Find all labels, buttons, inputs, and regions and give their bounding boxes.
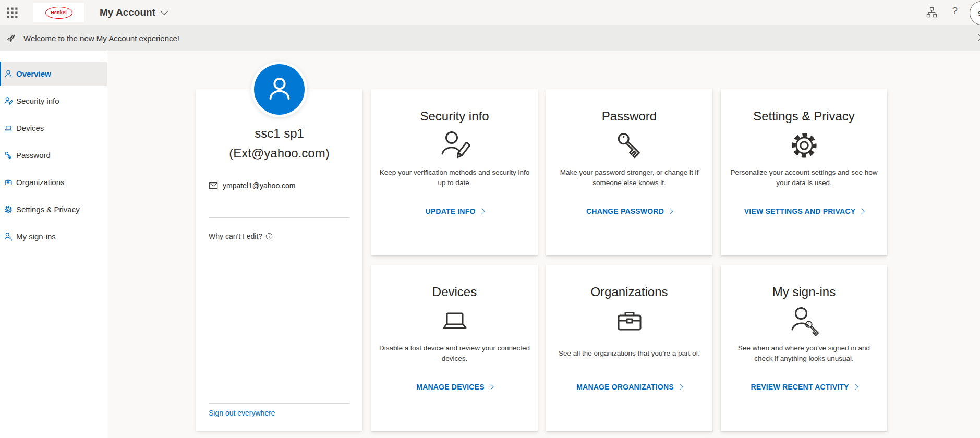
card-title: Security info [371, 108, 538, 124]
card-description: Personalize your account settings and se… [728, 167, 880, 189]
card-title: Devices [371, 284, 538, 300]
sidebar-item-organizations[interactable]: Organizations [0, 170, 107, 194]
main-content: ssc1 sp1 (Ext@yahoo.com) ympatel1@yahoo.… [107, 51, 980, 438]
brand-logo[interactable]: Henkel [33, 3, 84, 22]
person-key-icon [3, 232, 14, 242]
laptop-icon [371, 305, 538, 338]
chevron-right-icon [859, 208, 865, 214]
card-password: Password Make your password stronger, or… [546, 89, 712, 256]
card-settings-privacy: Settings & Privacy Personalize your acco… [721, 89, 887, 256]
waffle-icon [7, 7, 18, 18]
gear-icon [721, 129, 887, 162]
profile-email-row: ympatel1@yahoo.com [209, 181, 296, 190]
person-key-icon [721, 305, 887, 338]
profile-name-line1: ssc1 sp1 [196, 124, 362, 143]
why-cant-edit-text: Why can't I edit? [209, 232, 262, 240]
sidebar-item-label: Settings & Privacy [16, 205, 80, 214]
sidebar-item-label: My sign-ins [16, 232, 56, 241]
sidebar-item-label: Password [16, 151, 51, 160]
profile-card: ssc1 sp1 (Ext@yahoo.com) ympatel1@yahoo.… [196, 89, 362, 431]
chevron-right-icon[interactable] [975, 34, 980, 41]
card-description: Make your password stronger, or change i… [553, 167, 705, 189]
sidebar: Overview Security info Devices P [0, 51, 107, 438]
profile-email: ympatel1@yahoo.com [223, 181, 296, 190]
rocket-icon [6, 33, 17, 44]
sidebar-item-overview[interactable]: Overview [0, 62, 107, 86]
chevron-right-icon [479, 208, 485, 214]
card-action-label: CHANGE PASSWORD [586, 207, 664, 215]
sidebar-item-label: Overview [16, 69, 51, 78]
change-password-link[interactable]: CHANGE PASSWORD [546, 207, 712, 215]
briefcase-icon [3, 177, 14, 188]
app-launcher-button[interactable] [0, 0, 24, 25]
divider [209, 403, 350, 404]
why-cant-edit-row: Why can't I edit? [209, 232, 273, 240]
sidebar-item-label: Organizations [16, 178, 65, 187]
account-avatar-button[interactable]: ss [970, 1, 980, 25]
briefcase-icon [546, 305, 712, 338]
chevron-right-icon [852, 384, 858, 390]
card-devices: Devices Disable a lost device and review… [371, 265, 538, 431]
sidebar-item-password[interactable]: Password [0, 143, 107, 167]
profile-avatar [254, 64, 305, 115]
chevron-down-icon [161, 7, 168, 15]
card-description: Disable a lost device and review your co… [379, 343, 530, 364]
gear-icon [3, 204, 14, 215]
envelope-icon [209, 181, 218, 190]
sidebar-item-label: Devices [16, 124, 44, 132]
card-title: My sign-ins [721, 284, 887, 300]
org-switcher-button[interactable] [926, 7, 937, 19]
manage-organizations-link[interactable]: MANAGE ORGANIZATIONS [546, 383, 712, 391]
card-security-info: Security info Keep your verification met… [371, 89, 538, 256]
my-account-app: Henkel My Account ? ss Welcome to the ne… [0, 0, 980, 438]
person-edit-icon [3, 96, 14, 106]
card-description: See all the organizations that you're a … [553, 343, 705, 364]
topbar: Henkel My Account ? ss [0, 0, 980, 25]
card-action-label: MANAGE DEVICES [416, 383, 484, 391]
henkel-logo: Henkel [45, 7, 72, 19]
sign-out-everywhere-link[interactable]: Sign out everywhere [209, 409, 275, 417]
key-icon [3, 150, 14, 161]
profile-display-name: ssc1 sp1 (Ext@yahoo.com) [196, 124, 362, 163]
key-icon [546, 129, 712, 162]
divider [209, 217, 350, 218]
review-recent-activity-link[interactable]: REVIEW RECENT ACTIVITY [721, 383, 887, 391]
banner-message: Welcome to the new My Account experience… [23, 34, 179, 43]
card-title: Password [546, 108, 712, 124]
card-action-label: VIEW SETTINGS AND PRIVACY [744, 207, 855, 215]
henkel-logo-text: Henkel [51, 10, 67, 15]
sidebar-item-security-info[interactable]: Security info [0, 89, 107, 113]
help-icon: ? [952, 5, 958, 16]
app-title: My Account [100, 7, 155, 18]
card-action-label: REVIEW RECENT ACTIVITY [751, 383, 849, 391]
chevron-right-icon [677, 384, 683, 390]
sidebar-item-devices[interactable]: Devices [0, 116, 107, 140]
avatar-initials: ss [978, 9, 980, 17]
card-title: Organizations [546, 284, 712, 300]
card-action-label: UPDATE INFO [425, 207, 475, 215]
card-my-sign-ins: My sign-ins See when and where you've si… [721, 265, 887, 431]
card-description: See when and where you've signed in and … [728, 343, 880, 364]
person-edit-icon [371, 129, 538, 162]
info-icon[interactable] [265, 233, 273, 240]
sidebar-item-settings-privacy[interactable]: Settings & Privacy [0, 197, 107, 222]
chevron-right-icon [667, 208, 673, 214]
profile-name-line2: (Ext@yahoo.com) [196, 143, 362, 163]
chevron-right-icon [488, 384, 493, 390]
app-title-dropdown[interactable]: My Account [100, 7, 167, 18]
card-organizations: Organizations See all the organizations … [546, 265, 712, 431]
person-icon [265, 75, 294, 104]
cards-grid: Security info Keep your verification met… [371, 89, 887, 431]
org-chart-icon [926, 7, 937, 18]
view-settings-and-privacy-link[interactable]: VIEW SETTINGS AND PRIVACY [721, 207, 887, 215]
welcome-banner: Welcome to the new My Account experience… [0, 25, 980, 51]
sidebar-item-label: Security info [16, 96, 59, 105]
card-action-label: MANAGE ORGANIZATIONS [576, 383, 674, 391]
manage-devices-link[interactable]: MANAGE DEVICES [371, 383, 538, 391]
laptop-icon [3, 123, 14, 133]
card-title: Settings & Privacy [721, 108, 887, 124]
update-info-link[interactable]: UPDATE INFO [371, 207, 538, 215]
card-description: Keep your verification methods and secur… [379, 167, 530, 189]
sidebar-item-my-sign-ins[interactable]: My sign-ins [0, 224, 107, 249]
help-button[interactable]: ? [952, 5, 958, 17]
